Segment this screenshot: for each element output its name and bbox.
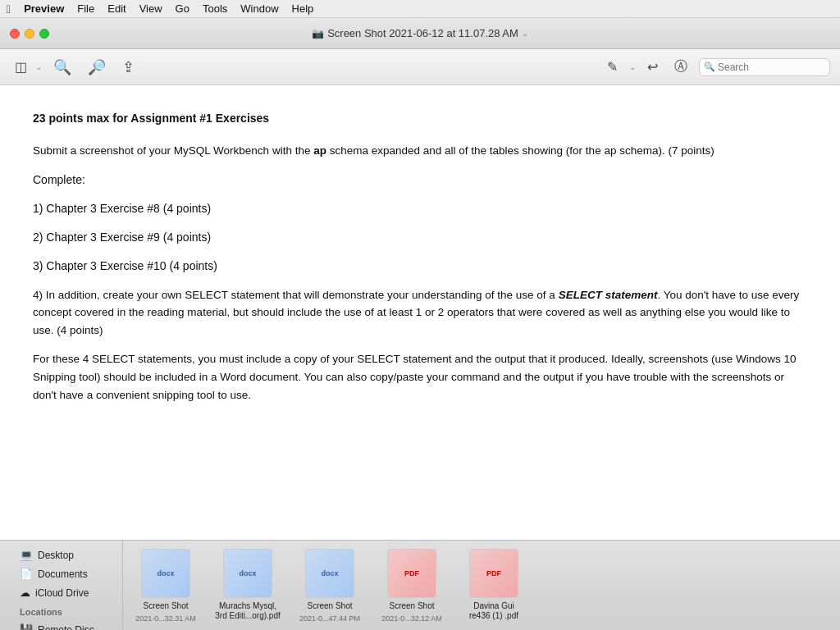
assignment-description: Submit a screenshot of your MySQL Workbe… xyxy=(33,142,807,160)
traffic-lights xyxy=(10,29,49,39)
view-controls: ◫ ⌄ xyxy=(10,56,42,78)
file-name-4: Screen Shot xyxy=(389,601,434,611)
file-type-label-1: docx xyxy=(157,569,174,578)
maximize-button[interactable] xyxy=(39,29,49,39)
title-chevron-icon[interactable]: ⌄ xyxy=(522,29,528,38)
search-container: 🔍 xyxy=(699,58,830,76)
file-thumb-5: PDF xyxy=(469,549,518,598)
dropdown-arrow-icon[interactable]: ⌄ xyxy=(35,62,42,71)
file-type-label-2: docx xyxy=(239,569,256,578)
document-content: 23 points max for Assignment #1 Exercise… xyxy=(0,85,840,540)
window-title-text: Screen Shot 2021-06-12 at 11.07.28 AM xyxy=(327,27,518,39)
file-name-2: Murachs Mysql,3rd Editi...org).pdf xyxy=(215,601,280,621)
remote-disc-icon: 💾 xyxy=(20,623,33,630)
annotate-dropdown-icon[interactable]: ⌄ xyxy=(629,62,636,71)
complete-label: Complete: xyxy=(33,171,807,189)
file-thumb-4: PDF xyxy=(387,549,436,598)
menu-file[interactable]: File xyxy=(77,2,94,15)
select-italic: SELECT statement xyxy=(559,289,658,301)
sidebar-item-icloud-label: iCloud Drive xyxy=(35,587,89,599)
sidebar-item-documents-label: Documents xyxy=(38,568,88,580)
search-input[interactable] xyxy=(699,58,830,76)
file-name-5: Davina Guire436 (1) .pdf xyxy=(469,601,518,621)
sidebar-toggle-button[interactable]: ◫ xyxy=(10,56,32,78)
menu-window[interactable]: Window xyxy=(240,2,278,15)
file-type-label-4: PDF xyxy=(404,569,419,578)
select-statements-note: For these 4 SELECT statements, you must … xyxy=(33,350,807,404)
file-date-1: 2021-0...32.31 AM xyxy=(135,614,196,623)
file-date-4: 2021-0...32.12 AM xyxy=(381,614,442,623)
menu-view[interactable]: View xyxy=(139,2,162,15)
file-thumb-1: docx xyxy=(141,549,190,598)
sidebar-item-icloud[interactable]: ☁ iCloud Drive xyxy=(16,585,114,600)
exercise-item-1: 1) Chapter 3 Exercise #8 (4 points) xyxy=(33,200,807,217)
file-item-screenshot-1[interactable]: docx Screen Shot 2021-0...32.31 AM xyxy=(133,549,199,623)
ap-bold: ap xyxy=(313,144,326,157)
menu-preview[interactable]: Preview xyxy=(24,2,64,15)
preview-window: 📷 Screen Shot 2021-06-12 at 11.07.28 AM … xyxy=(0,18,840,630)
file-item-screenshot-2[interactable]: docx Screen Shot 2021-0...47.44 PM xyxy=(297,549,363,623)
rotate-button[interactable]: ↩ xyxy=(642,56,663,78)
file-name-1: Screen Shot xyxy=(143,601,188,611)
window-title: 📷 Screen Shot 2021-06-12 at 11.07.28 AM … xyxy=(312,27,528,39)
title-bar: 📷 Screen Shot 2021-06-12 at 11.07.28 AM … xyxy=(0,18,840,49)
assignment-heading: 23 points max for Assignment #1 Exercise… xyxy=(33,110,807,127)
finder-shelf: 💻 Desktop 📄 Documents ☁ iCloud Drive Loc… xyxy=(0,540,840,630)
shelf-sidebar: 💻 Desktop 📄 Documents ☁ iCloud Drive Loc… xyxy=(8,541,123,630)
apple-menu[interactable]:  xyxy=(7,2,11,16)
annotate-button[interactable]: ✎ xyxy=(602,56,623,78)
zoom-in-button[interactable]: 🔎 xyxy=(83,55,111,80)
sidebar-item-documents[interactable]: 📄 Documents xyxy=(16,566,114,582)
zoom-out-button[interactable]: 🔍 xyxy=(48,55,76,80)
sidebar-item-remote-disc[interactable]: 💾 Remote Disc xyxy=(16,622,114,630)
sidebar-item-desktop[interactable]: 💻 Desktop xyxy=(16,547,114,563)
file-type-label-3: docx xyxy=(321,569,338,578)
menu-tools[interactable]: Tools xyxy=(203,2,227,15)
toolbar: ◫ ⌄ 🔍 🔎 ⇪ ✎ ⌄ ↩ Ⓐ 🔍 xyxy=(0,49,840,85)
file-name-3: Screen Shot xyxy=(307,601,352,611)
file-item-murachs[interactable]: docx Murachs Mysql,3rd Editi...org).pdf xyxy=(215,549,281,621)
file-item-screenshot-3[interactable]: PDF Screen Shot 2021-0...32.12 AM xyxy=(379,549,445,623)
file-type-label-5: PDF xyxy=(486,569,501,578)
sidebar-item-desktop-label: Desktop xyxy=(38,550,74,561)
close-button[interactable] xyxy=(10,29,20,39)
icloud-icon: ☁ xyxy=(20,587,30,599)
markup-button[interactable]: Ⓐ xyxy=(669,55,692,79)
document-icon: 📷 xyxy=(312,28,324,39)
exercise-item-4: 4) In addition, create your own SELECT s… xyxy=(33,286,807,340)
sidebar-item-remote-disc-label: Remote Disc xyxy=(38,624,94,631)
file-thumb-3: docx xyxy=(305,549,354,598)
documents-icon: 📄 xyxy=(20,568,33,580)
minimize-button[interactable] xyxy=(25,29,34,39)
exercise-item-2: 2) Chapter 3 Exercise #9 (4 points) xyxy=(33,229,807,246)
share-button[interactable]: ⇪ xyxy=(117,55,139,80)
exercise-item-3: 3) Chapter 3 Exercise #10 (4 points) xyxy=(33,258,807,275)
shelf-files-area: docx Screen Shot 2021-0...32.31 AM docx … xyxy=(123,542,840,629)
toolbar-right: ✎ ⌄ ↩ Ⓐ 🔍 xyxy=(602,55,830,79)
file-date-3: 2021-0...47.44 PM xyxy=(299,614,360,623)
menu-help[interactable]: Help xyxy=(292,2,314,15)
menu-edit[interactable]: Edit xyxy=(107,2,126,15)
desktop-icon: 💻 xyxy=(20,549,33,561)
file-thumb-2: docx xyxy=(223,549,272,598)
menu-go[interactable]: Go xyxy=(176,2,189,15)
menu-bar:  Preview File Edit View Go Tools Window… xyxy=(0,0,840,18)
locations-section-label: Locations xyxy=(16,604,114,619)
file-item-davina[interactable]: PDF Davina Guire436 (1) .pdf xyxy=(461,549,527,621)
